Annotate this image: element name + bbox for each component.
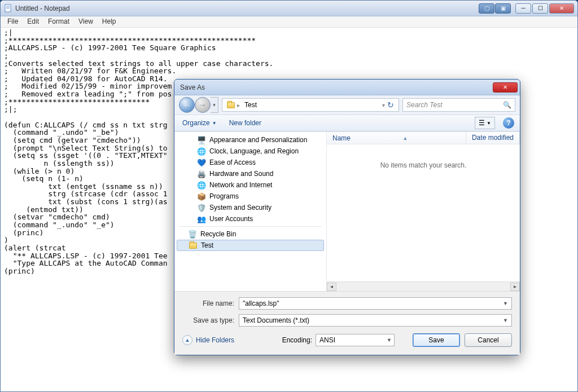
- breadcrumb-folder[interactable]: ▸: [225, 102, 242, 108]
- tree-item-label: Test: [201, 241, 213, 249]
- tree-item-label: Appearance and Personalization: [209, 136, 307, 144]
- tree-item-label: Recycle Bin: [200, 230, 236, 238]
- arrow-left-icon: ←: [183, 100, 191, 109]
- saveastype-combo[interactable]: Text Documents (*.txt) ▼: [239, 314, 512, 327]
- menu-format[interactable]: Format: [43, 16, 74, 27]
- nav-forward-button[interactable]: →: [195, 97, 211, 113]
- column-date[interactable]: Date modified: [466, 132, 520, 144]
- tree-item[interactable]: 📦Programs: [174, 191, 326, 202]
- save-as-dialog: Save As ✕ ← → ▼ ▸ Test ▾ ↻ Search Test 🔍: [174, 79, 520, 355]
- encoding-combo[interactable]: ANSI ▼: [316, 334, 395, 346]
- tree-item[interactable]: 🌐Network and Internet: [174, 179, 326, 191]
- menu-help[interactable]: Help: [98, 16, 121, 27]
- filename-input[interactable]: "allcaps.lsp" ▼: [239, 297, 512, 310]
- category-icon: 🗑️: [188, 230, 197, 239]
- notepad-icon: [4, 4, 13, 13]
- menu-edit[interactable]: Edit: [23, 16, 43, 27]
- category-icon: 🌐: [197, 180, 206, 190]
- category-icon: 🖥️: [197, 135, 206, 144]
- list-icon: ☰: [479, 119, 485, 127]
- dialog-title: Save As: [180, 83, 493, 91]
- search-input[interactable]: Search Test 🔍: [402, 98, 515, 112]
- notepad-titlebar[interactable]: Untitled - Notepad ▢ ▣ ─ ☐ ✕: [1, 1, 577, 16]
- nav-back-button[interactable]: ←: [179, 97, 195, 113]
- tree-item[interactable]: 💙Ease of Access: [174, 157, 326, 168]
- breadcrumb-bar[interactable]: ▸ Test ▾ ↻: [222, 98, 399, 112]
- hide-folders-button[interactable]: ▲ Hide Folders: [182, 335, 234, 345]
- chevron-down-icon[interactable]: ▼: [503, 301, 508, 306]
- encoding-label: Encoding:: [282, 336, 312, 344]
- filename-label: File name:: [182, 299, 239, 307]
- minimize-button[interactable]: ─: [515, 3, 531, 14]
- breadcrumb-item-test[interactable]: Test: [242, 101, 259, 109]
- horizontal-scrollbar[interactable]: ◄ ►: [327, 281, 520, 291]
- save-button[interactable]: Save: [413, 333, 460, 347]
- refresh-button[interactable]: ↻: [385, 100, 396, 109]
- column-name[interactable]: Name ▲: [327, 132, 466, 144]
- tree-item[interactable]: 🖨️Hardware and Sound: [174, 168, 326, 179]
- aux-window-buttons: ▢ ▣: [479, 3, 511, 14]
- tree-item[interactable]: 🌐Clock, Language, and Region: [174, 146, 326, 157]
- help-icon: ?: [506, 119, 510, 127]
- file-browser: 🖥️Appearance and Personalization🌐Clock, …: [174, 131, 520, 291]
- new-folder-button[interactable]: New folder: [227, 118, 264, 128]
- category-icon: 💙: [197, 158, 206, 167]
- tree-item[interactable]: 👥User Accounts: [174, 213, 326, 224]
- tree-item-label: Programs: [209, 192, 239, 200]
- maximize-button[interactable]: ☐: [532, 3, 548, 14]
- empty-list-message: No items match your search.: [327, 144, 520, 281]
- dialog-toolbar: Organize ▼ New folder ☰ ▼ ?: [174, 114, 520, 131]
- tree-item-label: Ease of Access: [209, 158, 256, 166]
- tree-item-label: System and Security: [209, 204, 272, 212]
- tree-item-label: User Accounts: [209, 215, 253, 223]
- dialog-close-button[interactable]: ✕: [493, 82, 518, 93]
- tree-item[interactable]: 🗑️Recycle Bin: [174, 228, 326, 240]
- tree-item-label: Network and Internet: [209, 181, 272, 189]
- menu-view[interactable]: View: [74, 16, 98, 27]
- tree-item[interactable]: 🖥️Appearance and Personalization: [174, 134, 326, 146]
- menu-file[interactable]: File: [3, 16, 23, 27]
- aux-button-1[interactable]: ▢: [479, 3, 494, 14]
- category-icon: 📦: [197, 192, 206, 201]
- chevron-down-icon: ▼: [487, 121, 491, 126]
- cancel-button[interactable]: Cancel: [465, 333, 512, 347]
- notepad-title: Untitled - Notepad: [15, 5, 479, 12]
- file-list-pane: Name ▲ Date modified No items match your…: [327, 132, 520, 291]
- list-header: Name ▲ Date modified: [327, 132, 520, 144]
- folder-icon: [189, 241, 198, 250]
- chevron-down-icon: ▼: [502, 318, 509, 323]
- scroll-left-icon[interactable]: ◄: [327, 283, 336, 291]
- aux-button-2[interactable]: ▣: [495, 3, 511, 14]
- category-icon: 🌐: [197, 147, 206, 156]
- arrow-right-icon: →: [199, 100, 207, 109]
- tree-item[interactable]: 🛡️System and Security: [174, 202, 326, 213]
- navigation-tree[interactable]: 🖥️Appearance and Personalization🌐Clock, …: [174, 132, 327, 291]
- organize-button[interactable]: Organize ▼: [180, 118, 219, 128]
- saveastype-label: Save as type:: [182, 316, 239, 324]
- close-button[interactable]: ✕: [549, 3, 574, 14]
- view-mode-button[interactable]: ☰ ▼: [475, 117, 495, 129]
- chevron-down-icon: ▼: [212, 121, 217, 126]
- search-icon: 🔍: [503, 101, 511, 109]
- sort-ascending-icon: ▲: [403, 135, 408, 141]
- tree-item-label: Hardware and Sound: [209, 170, 273, 178]
- tree-item-label: Clock, Language, and Region: [209, 147, 299, 155]
- notepad-menubar: File Edit Format View Help: [1, 16, 577, 28]
- category-icon: 👥: [197, 214, 206, 223]
- folder-icon: [227, 102, 235, 108]
- window-controls: ─ ☐ ✕: [515, 3, 574, 14]
- dialog-titlebar[interactable]: Save As ✕: [174, 80, 520, 95]
- tree-item[interactable]: Test: [177, 240, 324, 251]
- search-placeholder: Search Test: [406, 101, 443, 109]
- scroll-right-icon[interactable]: ►: [510, 283, 520, 291]
- category-icon: 🖨️: [197, 169, 206, 178]
- chevron-right-icon: ▸: [237, 102, 240, 108]
- category-icon: 🛡️: [197, 203, 206, 212]
- tree-divider: [179, 226, 322, 227]
- nav-history-dropdown[interactable]: ▼: [211, 97, 218, 113]
- refresh-icon: ↻: [387, 100, 394, 109]
- help-button[interactable]: ?: [503, 117, 514, 129]
- chevron-down-icon: ▼: [387, 337, 392, 343]
- address-bar-row: ← → ▼ ▸ Test ▾ ↻ Search Test 🔍: [174, 95, 520, 114]
- chevron-up-icon: ▲: [182, 335, 192, 345]
